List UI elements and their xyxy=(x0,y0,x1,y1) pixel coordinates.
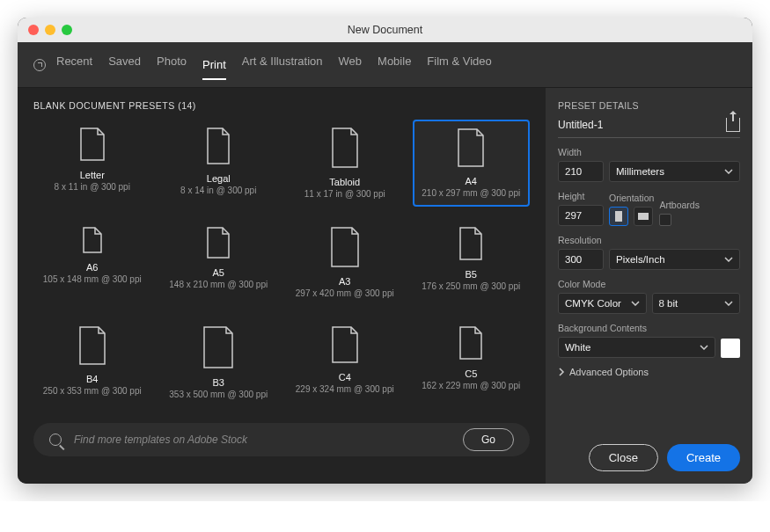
height-label: Height xyxy=(558,191,604,201)
preset-b5[interactable]: B5 176 x 250 mm @ 300 ppi xyxy=(413,219,531,306)
preset-dimensions: 8 x 14 in @ 300 ppi xyxy=(180,186,256,195)
preset-dimensions: 105 x 148 mm @ 300 ppi xyxy=(43,274,142,284)
height-input[interactable] xyxy=(558,205,604,226)
recent-icon xyxy=(33,59,46,71)
background-label: Background Contents xyxy=(558,323,740,333)
preset-a3[interactable]: A3 297 x 420 mm @ 300 ppi xyxy=(286,219,404,306)
preset-b4[interactable]: B4 250 x 353 mm @ 300 ppi xyxy=(33,318,151,407)
width-label: Width xyxy=(558,147,604,157)
create-button[interactable]: Create xyxy=(667,444,740,471)
chevron-down-icon xyxy=(724,169,733,174)
go-button[interactable]: Go xyxy=(463,428,514,451)
preset-b3[interactable]: B3 353 x 500 mm @ 300 ppi xyxy=(160,318,278,407)
preset-dimensions: 210 x 297 mm @ 300 ppi xyxy=(422,188,520,198)
advanced-options-toggle[interactable]: Advanced Options xyxy=(558,367,740,377)
search-icon xyxy=(49,434,62,446)
color-depth-value: 8 bit xyxy=(659,298,678,309)
color-mode-select[interactable]: CMYK Color xyxy=(558,293,647,314)
tab-art-illustration[interactable]: Art & Illustration xyxy=(242,55,323,75)
color-depth-select[interactable]: 8 bit xyxy=(652,293,741,314)
page-icon xyxy=(459,227,482,264)
page-icon xyxy=(458,128,484,171)
zoom-window-icon[interactable] xyxy=(62,25,72,35)
page-icon xyxy=(79,326,106,368)
titlebar: New Document xyxy=(18,18,752,42)
resolution-unit-value: Pixels/Inch xyxy=(616,254,665,265)
preset-name: B3 xyxy=(213,377,224,388)
window-title: New Document xyxy=(18,24,752,36)
preset-c4[interactable]: C4 229 x 324 mm @ 300 ppi xyxy=(286,318,404,407)
page-icon xyxy=(207,128,230,168)
stock-search-input[interactable]: Find more templates on Adobe Stock xyxy=(74,434,451,446)
page-icon xyxy=(207,227,230,262)
tab-print[interactable]: Print xyxy=(202,58,226,80)
resolution-input[interactable] xyxy=(558,249,604,270)
preset-name: B5 xyxy=(466,269,477,280)
preset-a6[interactable]: A6 105 x 148 mm @ 300 ppi xyxy=(33,219,151,306)
tab-mobile[interactable]: Mobile xyxy=(378,55,411,75)
presets-section-title: BLANK DOCUMENT PRESETS (14) xyxy=(33,100,530,111)
minimize-window-icon[interactable] xyxy=(45,25,55,35)
preset-dimensions: 250 x 353 mm @ 300 ppi xyxy=(43,386,142,396)
save-preset-icon[interactable] xyxy=(726,118,740,132)
presets-grid: Letter 8 x 11 in @ 300 ppi Legal 8 x 14 … xyxy=(33,120,530,407)
details-title: PRESET DETAILS xyxy=(558,100,740,111)
page-icon xyxy=(332,326,358,367)
preset-dimensions: 148 x 210 mm @ 300 ppi xyxy=(169,280,268,289)
preset-name: A4 xyxy=(466,176,477,186)
width-input[interactable] xyxy=(558,161,604,182)
stock-search-bar: Find more templates on Adobe Stock Go xyxy=(33,423,530,456)
preset-name: B4 xyxy=(86,374,98,384)
preset-a5[interactable]: A5 148 x 210 mm @ 300 ppi xyxy=(160,219,278,306)
preset-a4[interactable]: A4 210 x 297 mm @ 300 ppi xyxy=(413,120,531,207)
preset-letter[interactable]: Letter 8 x 11 in @ 300 ppi xyxy=(33,120,151,207)
preset-details-panel: PRESET DETAILS Untitled-1 Width Millimet… xyxy=(546,88,752,484)
document-name-input[interactable]: Untitled-1 xyxy=(558,119,603,131)
preset-dimensions: 8 x 11 in @ 300 ppi xyxy=(55,182,130,192)
preset-legal[interactable]: Legal 8 x 14 in @ 300 ppi xyxy=(160,120,278,207)
category-tabs: RecentSavedPhotoPrintArt & IllustrationW… xyxy=(18,42,752,88)
presets-panel: BLANK DOCUMENT PRESETS (14) Letter 8 x 1… xyxy=(18,88,546,484)
page-icon xyxy=(203,326,233,372)
page-icon xyxy=(459,326,482,363)
resolution-label: Resolution xyxy=(558,235,740,245)
preset-dimensions: 297 x 420 mm @ 300 ppi xyxy=(296,288,394,298)
preset-c5[interactable]: C5 162 x 229 mm @ 300 ppi xyxy=(413,318,531,407)
preset-tabloid[interactable]: Tabloid 11 x 17 in @ 300 ppi xyxy=(286,120,404,207)
chevron-down-icon xyxy=(700,345,708,350)
tab-recent[interactable]: Recent xyxy=(56,55,92,75)
tab-web[interactable]: Web xyxy=(339,55,363,75)
preset-dimensions: 11 x 17 in @ 300 ppi xyxy=(304,189,385,199)
color-mode-value: CMYK Color xyxy=(565,298,621,309)
chevron-down-icon xyxy=(724,257,733,262)
chevron-down-icon xyxy=(724,301,733,306)
artboards-label: Artboards xyxy=(659,200,700,210)
unit-select[interactable]: Millimeters xyxy=(609,161,740,182)
background-select[interactable]: White xyxy=(558,337,715,358)
tab-film-video[interactable]: Film & Video xyxy=(427,55,491,75)
close-window-icon[interactable] xyxy=(28,25,39,35)
color-mode-label: Color Mode xyxy=(558,279,740,289)
preset-dimensions: 353 x 500 mm @ 300 ppi xyxy=(169,390,268,399)
orientation-portrait-button[interactable] xyxy=(609,207,628,226)
resolution-unit-select[interactable]: Pixels/Inch xyxy=(609,249,740,270)
window-controls xyxy=(18,25,72,35)
preset-name: C5 xyxy=(465,368,477,379)
chevron-down-icon xyxy=(631,301,640,306)
tab-saved[interactable]: Saved xyxy=(108,55,141,75)
page-icon xyxy=(83,227,102,257)
tab-photo[interactable]: Photo xyxy=(157,55,187,75)
preset-name: A6 xyxy=(86,262,98,273)
background-color-swatch[interactable] xyxy=(721,339,740,358)
orientation-landscape-button[interactable] xyxy=(634,207,653,226)
close-button[interactable]: Close xyxy=(589,444,658,471)
unit-value: Millimeters xyxy=(616,166,664,177)
page-icon xyxy=(80,128,105,164)
preset-name: A3 xyxy=(339,276,350,287)
artboards-checkbox[interactable] xyxy=(659,214,671,226)
preset-name: Legal xyxy=(207,173,231,184)
page-icon xyxy=(332,128,358,171)
preset-name: A5 xyxy=(213,267,224,278)
advanced-options-label: Advanced Options xyxy=(569,367,649,377)
page-icon xyxy=(331,227,359,271)
